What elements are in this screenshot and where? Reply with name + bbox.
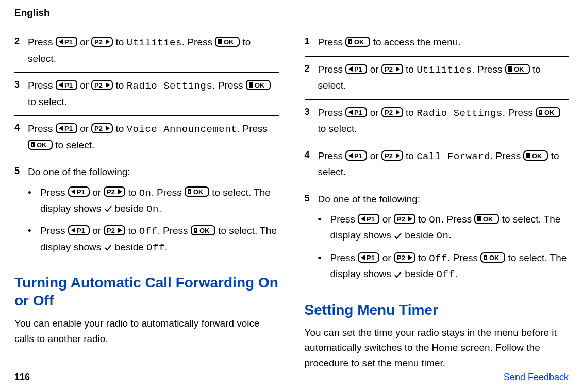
text: beside bbox=[402, 268, 437, 279]
p1-left-key-icon: P1 bbox=[358, 252, 379, 263]
text: or bbox=[367, 107, 381, 118]
menu-item: Off bbox=[437, 269, 455, 280]
step-number: 5 bbox=[305, 192, 318, 283]
svg-text:P2: P2 bbox=[94, 81, 103, 89]
step-body: Press P1 or P2 to Call Forward. Press OK… bbox=[318, 148, 569, 180]
ok-key-icon: OK bbox=[185, 186, 209, 197]
step-body: Do one of the following: • Press P1 or P… bbox=[318, 192, 569, 283]
text: Press bbox=[318, 107, 346, 118]
right-step-2: 2 Press P1 or P2 to Utilities. Press OK … bbox=[305, 57, 569, 100]
svg-marker-67 bbox=[348, 66, 353, 72]
text: . bbox=[159, 203, 161, 214]
p2-right-key-icon: P2 bbox=[104, 186, 125, 197]
p1-left-key-icon: P1 bbox=[345, 107, 367, 117]
text: to bbox=[113, 80, 126, 91]
menu-item: Off bbox=[139, 226, 158, 237]
section-intro: You can enable your radio to automatical… bbox=[14, 316, 279, 346]
svg-rect-21 bbox=[249, 82, 253, 84]
svg-text:OK: OK bbox=[224, 38, 234, 46]
left-step-3: 3 Press P1 or P2 to Radio Settings. Pres… bbox=[14, 73, 279, 116]
p2-right-key-icon: P2 bbox=[91, 80, 113, 90]
text: Press bbox=[40, 187, 68, 198]
svg-rect-124 bbox=[484, 259, 487, 260]
svg-text:OK: OK bbox=[489, 254, 499, 262]
text: to bbox=[415, 214, 429, 225]
step-body: Press P1 or P2 to Utilities. Press OK to… bbox=[28, 35, 279, 66]
step-number: 3 bbox=[305, 105, 318, 137]
p1-left-key-icon: P1 bbox=[345, 64, 367, 74]
text: beside bbox=[112, 203, 147, 214]
step-body: Press P1 or P2 to Voice Announcement. Pr… bbox=[28, 121, 279, 152]
text: . Press bbox=[152, 187, 185, 198]
svg-text:OK: OK bbox=[532, 152, 542, 160]
text: to bbox=[113, 37, 126, 47]
text: . Press bbox=[447, 252, 480, 263]
checkmark-icon bbox=[394, 267, 402, 282]
bullet-icon: • bbox=[318, 250, 330, 283]
ok-key-icon: OK bbox=[474, 214, 499, 224]
text: to bbox=[125, 225, 139, 236]
svg-marker-41 bbox=[118, 189, 122, 194]
step-body: Press P1 or P2 to Radio Settings. Press … bbox=[28, 78, 279, 109]
text: Press bbox=[28, 37, 56, 47]
text: or bbox=[367, 150, 381, 161]
menu-item: Utilities bbox=[127, 37, 182, 48]
bullet-icon: • bbox=[28, 185, 40, 217]
svg-marker-115 bbox=[361, 255, 365, 260]
text: or bbox=[379, 214, 393, 225]
text: beside bbox=[402, 230, 437, 241]
svg-rect-34 bbox=[31, 146, 35, 147]
svg-rect-75 bbox=[508, 66, 512, 68]
svg-marker-5 bbox=[106, 39, 110, 44]
language-header: English bbox=[14, 5, 569, 20]
step-lead: Do one of the following: bbox=[318, 192, 569, 207]
checkmark-icon bbox=[104, 201, 112, 216]
svg-marker-53 bbox=[118, 228, 122, 233]
text: to bbox=[403, 150, 417, 161]
svg-text:OK: OK bbox=[37, 141, 47, 149]
bullet-icon: • bbox=[28, 223, 40, 255]
svg-marker-29 bbox=[106, 126, 110, 131]
svg-text:P1: P1 bbox=[64, 81, 73, 89]
p2-right-key-icon: P2 bbox=[91, 37, 113, 47]
section-intro: You can set the time your radio stays in… bbox=[305, 325, 569, 370]
step-number: 4 bbox=[305, 148, 318, 180]
menu-item: Utilities bbox=[417, 64, 472, 76]
text: beside bbox=[112, 242, 147, 252]
svg-rect-33 bbox=[31, 142, 35, 144]
menu-item: Off bbox=[429, 253, 447, 264]
svg-text:P2: P2 bbox=[94, 38, 103, 46]
p2-right-key-icon: P2 bbox=[381, 150, 403, 161]
right-step-3: 3 Press P1 or P2 to Radio Settings. Pres… bbox=[305, 100, 569, 143]
p2-right-key-icon: P2 bbox=[381, 64, 403, 74]
svg-rect-100 bbox=[526, 157, 530, 158]
svg-rect-76 bbox=[508, 70, 512, 72]
section-heading-call-forwarding: Turning Automatic Call Forwarding On or … bbox=[14, 274, 279, 310]
ok-key-icon: OK bbox=[523, 150, 548, 161]
text: or bbox=[90, 225, 104, 236]
text: to bbox=[125, 187, 139, 198]
menu-item: Voice Announcement bbox=[127, 124, 237, 135]
svg-marker-17 bbox=[106, 82, 110, 88]
text: or bbox=[90, 187, 104, 198]
svg-text:P2: P2 bbox=[94, 125, 103, 132]
svg-text:P1: P1 bbox=[64, 38, 73, 46]
text: to bbox=[113, 123, 126, 134]
svg-text:P2: P2 bbox=[385, 65, 393, 73]
send-feedback-link[interactable]: Send Feedback bbox=[504, 370, 569, 385]
svg-text:P1: P1 bbox=[354, 65, 362, 73]
menu-item: Radio Settings bbox=[127, 80, 213, 92]
svg-marker-71 bbox=[396, 66, 400, 72]
p2-right-key-icon: P2 bbox=[394, 214, 415, 224]
step-body: Press P1 or P2 to Utilities. Press OK to… bbox=[318, 62, 569, 93]
menu-item: Radio Settings bbox=[417, 108, 503, 119]
svg-text:P1: P1 bbox=[367, 254, 375, 262]
text: to select. bbox=[28, 96, 67, 107]
text: Press bbox=[318, 37, 346, 47]
menu-item: On bbox=[146, 203, 159, 215]
svg-text:P2: P2 bbox=[397, 254, 405, 262]
list-item: • Press P1 or P2 to Off. Press OK to sel… bbox=[28, 223, 279, 255]
svg-text:P2: P2 bbox=[385, 152, 393, 160]
text: to select. bbox=[53, 140, 94, 150]
p2-right-key-icon: P2 bbox=[91, 123, 113, 133]
